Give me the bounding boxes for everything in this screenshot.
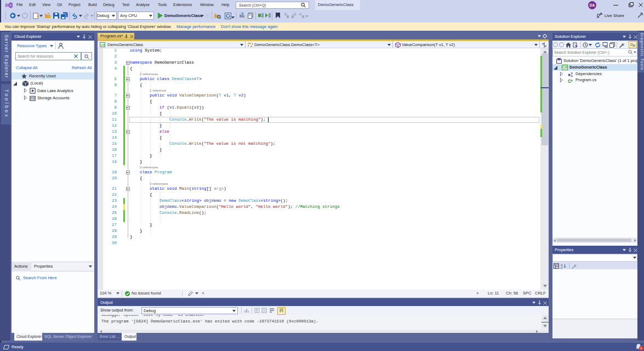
svg-text:#: # [571, 79, 573, 82]
svg-text:C#: C# [562, 65, 567, 69]
svg-text:C#: C# [100, 43, 105, 47]
